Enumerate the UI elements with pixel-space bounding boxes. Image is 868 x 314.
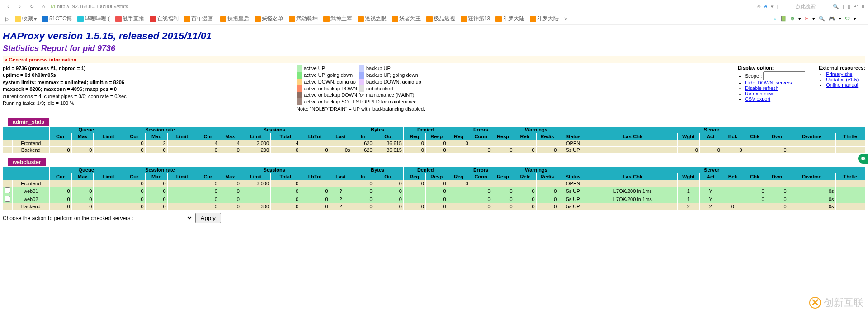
menu-icon[interactable]: ≡ <box>862 4 864 9</box>
shield-icon: ☑ <box>51 4 55 9</box>
table-row: web01 00- 00 00-00? 00 0 00 00 5s UPL7OK… <box>3 187 865 195</box>
bookmark-expand[interactable]: ▷ <box>4 15 11 23</box>
stats-table-admin: Queue Session rate Sessions Bytes Denied… <box>3 126 865 154</box>
bookmark-item[interactable]: 透视之眼 <box>356 14 388 23</box>
favicon <box>184 16 190 22</box>
action-row: Choose the action to perform on the chec… <box>3 213 865 223</box>
info-row: pid = 9736 (process #1, nbproc = 1) upti… <box>3 65 865 112</box>
chevron-down-icon[interactable]: ▾ <box>771 4 774 9</box>
bookmark-item[interactable]: 武神主宰 <box>321 14 354 23</box>
csv-export-link[interactable]: CSV export <box>745 96 770 102</box>
url-text: http://192.168.80.100:8089/stats <box>57 4 128 9</box>
book-icon[interactable]: 📗 <box>780 16 787 22</box>
page-subtitle: Statistics Report for pid 9736 <box>3 44 865 53</box>
action-select[interactable] <box>135 214 193 222</box>
external-resources-title: External resources: <box>819 65 865 70</box>
page-title: HAProxy version 1.5.15, released 2015/11… <box>3 30 865 42</box>
tool-icon[interactable]: ⚙ <box>790 16 795 22</box>
bookmark-item[interactable]: 51CTO博 <box>40 14 74 23</box>
proxy-name[interactable]: admin_stats <box>8 118 49 126</box>
bookmark-item[interactable]: 武动乾坤 <box>287 14 320 23</box>
bookmark-item[interactable]: 哔哩哔哩 ( <box>75 14 111 23</box>
browser-toolbar: ‹ › ↻ ⌂ ☑ http://192.168.80.100:8089/sta… <box>0 0 868 13</box>
panel-icon[interactable]: ▯ <box>848 4 850 9</box>
home-icon[interactable]: ⌂ <box>39 2 48 11</box>
search-icon[interactable]: 🔍 <box>819 16 825 22</box>
favicon <box>358 16 364 22</box>
favicon <box>150 16 156 22</box>
bookmark-item[interactable]: 妖者为王 <box>390 14 423 23</box>
chevron-down-icon: ▾ <box>34 16 37 22</box>
page-content: HAProxy version 1.5.15, released 2015/11… <box>0 25 868 230</box>
bookmarks-bar: ▷ 收藏 ▾ 51CTO博 哔哩哔哩 ( 触手直播 在线福利 百年漫画- 扶摇皇… <box>0 13 868 25</box>
refresh-now-link[interactable]: Refresh now <box>745 91 773 96</box>
favicon <box>255 16 261 22</box>
bookmark-item[interactable]: 妖怪名单 <box>253 14 285 23</box>
e-icon[interactable]: e <box>764 4 767 9</box>
undo-icon[interactable]: ↶ <box>854 4 858 9</box>
proxy-name[interactable]: webcluster <box>8 158 46 166</box>
hide-down-link[interactable]: Hide 'DOWN' servers <box>745 80 792 85</box>
favicon <box>220 16 226 22</box>
server-checkbox[interactable] <box>5 196 10 202</box>
url-bar[interactable]: ☑ http://192.168.80.100:8089/stats <box>51 4 754 9</box>
online-manual-link[interactable]: Online manual <box>826 82 858 88</box>
search-placeholder[interactable]: 点此搜索 <box>782 3 829 10</box>
process-info: pid = 9736 (process #1, nbproc = 1) upti… <box>3 65 297 107</box>
bookmark-fav[interactable]: 收藏 ▾ <box>13 14 38 23</box>
back-icon[interactable]: ‹ <box>4 2 13 11</box>
table-row: Backend 00 00 0030000? 00 00 00 00 5s UP… <box>3 203 865 210</box>
bookmark-item[interactable]: 扶摇皇后 <box>218 14 251 23</box>
divider: | <box>777 4 778 9</box>
gamepad-icon[interactable]: 🎮 <box>829 16 835 22</box>
section-header: > General process information <box>3 56 865 63</box>
stats-table-webcluster: Queue Session rate Sessions Bytes Denied… <box>3 166 865 210</box>
favicon <box>426 16 433 22</box>
side-badge[interactable]: 48 <box>858 154 868 164</box>
apply-button[interactable] <box>195 213 221 223</box>
favicon <box>495 16 502 22</box>
bookmark-item[interactable]: 在线福利 <box>148 14 180 23</box>
table-row: Frontend 00- 003 0000 00 00 0 OPEN <box>3 180 865 187</box>
browser-right-icons: ✳ e ▾ | 点此搜索 🔍 | ▯ ↶ ≡ <box>757 3 864 10</box>
circle-icon[interactable]: ○ <box>774 16 777 22</box>
display-option-title: Display option: <box>738 65 805 70</box>
browser-tools: ○ 📗 ⚙▾ ✂▾ 🔍 🎮▾ 🛡▾ ☷ <box>774 16 864 22</box>
shield-icon[interactable]: 🛡 <box>845 16 850 22</box>
favicon <box>42 16 48 22</box>
favicon <box>392 16 398 22</box>
bookmark-more[interactable]: > <box>562 15 569 23</box>
favicon <box>323 16 330 22</box>
star-icon <box>15 16 21 22</box>
options-panel: Display option: Scope : Hide 'DOWN' serv… <box>738 65 865 102</box>
share-icon[interactable]: ✳ <box>757 4 761 9</box>
updates-link[interactable]: Updates (v1.5) <box>826 77 859 82</box>
bookmark-item[interactable]: 触手直播 <box>113 14 146 23</box>
favicon <box>77 16 84 22</box>
scope-input[interactable] <box>763 71 805 80</box>
search-icon[interactable]: 🔍 <box>833 4 839 9</box>
bookmark-item[interactable]: 斗罗大陆 <box>528 14 561 23</box>
table-row: Frontend 02- 442 0004 62036 615 00 0 OPE… <box>3 140 865 147</box>
divider: | <box>843 4 844 9</box>
table-row: web02 00- 00 00-00? 00 0 00 00 5s UPL7OK… <box>3 195 865 203</box>
bookmark-item[interactable]: 狂神第13 <box>459 14 492 23</box>
reload-icon[interactable]: ↻ <box>27 2 36 11</box>
table-row: Backend 00 00 00200000s 62036 615 00 00 … <box>3 147 865 154</box>
server-checkbox[interactable] <box>5 187 10 193</box>
favicon <box>289 16 295 22</box>
favicon <box>115 16 122 22</box>
scissors-icon[interactable]: ✂ <box>805 16 809 22</box>
bookmark-item[interactable]: 极品透视 <box>425 14 457 23</box>
favicon <box>530 16 536 22</box>
legend: active UPbackup UP active UP, going down… <box>297 65 425 112</box>
bookmark-item[interactable]: 斗罗大陆 <box>494 14 526 23</box>
action-prompt: Choose the action to perform on the chec… <box>3 215 133 221</box>
grid-icon[interactable]: ☷ <box>860 16 864 22</box>
primary-site-link[interactable]: Primary site <box>826 71 852 77</box>
forward-icon[interactable]: › <box>15 2 24 11</box>
favicon <box>461 16 467 22</box>
bookmark-item[interactable]: 百年漫画- <box>182 14 217 23</box>
disable-refresh-link[interactable]: Disable refresh <box>745 85 778 91</box>
